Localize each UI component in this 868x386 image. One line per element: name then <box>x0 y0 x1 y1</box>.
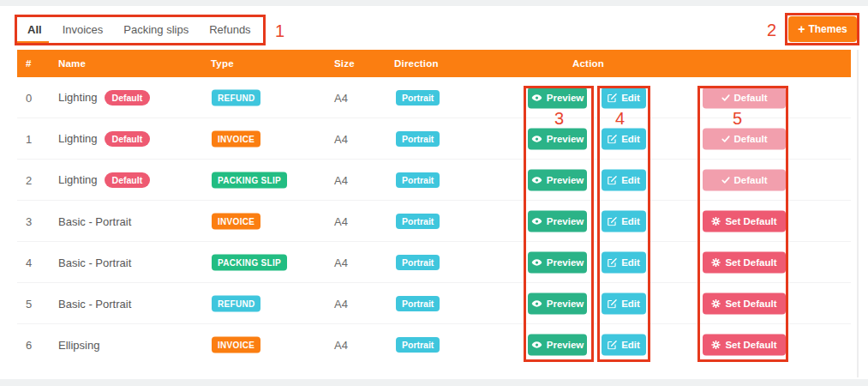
template-name-text: Lighting <box>58 132 98 145</box>
edit-button[interactable]: Edit <box>602 169 646 190</box>
default-button[interactable]: Default <box>703 87 786 108</box>
edit-button[interactable]: Edit <box>602 293 646 314</box>
preview-button[interactable]: Preview <box>528 251 587 273</box>
preview-button[interactable]: Preview <box>528 334 587 355</box>
gear-icon <box>711 299 721 308</box>
set-default-button[interactable]: Set Default <box>703 293 786 314</box>
row-index: 3 <box>26 214 32 227</box>
column-header-type: Type <box>211 50 234 77</box>
set-default-button-label: Set Default <box>725 216 776 226</box>
edit-button-label: Edit <box>621 175 640 185</box>
set-default-button-label: Set Default <box>725 340 776 350</box>
default-badge: Default <box>105 172 151 188</box>
table-row: 0LightingDefaultREFUNDA4PortraitPreviewE… <box>17 77 851 118</box>
set-default-button-label: Set Default <box>725 299 776 309</box>
default-button-label: Default <box>734 134 768 144</box>
default-button[interactable]: Default <box>703 128 786 149</box>
template-name-text: Basic - Portrait <box>58 297 131 310</box>
template-name: Ellipsing <box>58 338 99 351</box>
tab-refunds[interactable]: Refunds <box>199 15 260 45</box>
size-value: A4 <box>334 297 348 310</box>
type-badge: REFUND <box>212 89 260 106</box>
table-row: 5Basic - PortraitREFUNDA4PortraitPreview… <box>17 283 851 324</box>
gear-icon <box>711 216 721 226</box>
edit-icon <box>608 257 617 267</box>
preview-button[interactable]: Preview <box>528 128 587 149</box>
eye-icon <box>531 299 542 308</box>
edit-icon <box>608 93 617 102</box>
set-default-button[interactable]: Set Default <box>703 251 786 273</box>
check-icon <box>721 176 730 184</box>
edit-icon <box>608 299 617 308</box>
default-badge: Default <box>105 131 151 147</box>
column-header-action: Action <box>572 50 604 77</box>
tab-packing-slips[interactable]: Packing slips <box>113 15 199 45</box>
size-value: A4 <box>334 132 348 145</box>
edit-button-label: Edit <box>621 340 640 350</box>
direction-badge: Portrait <box>396 90 440 106</box>
row-index: 4 <box>26 256 32 268</box>
template-name: LightingDefault <box>58 90 150 106</box>
table-header: #NameTypeSizeDirectionAction <box>17 50 851 77</box>
default-button[interactable]: Default <box>703 169 786 190</box>
annotation-label-2: 2 <box>767 21 776 39</box>
templates-page: AllInvoicesPacking slipsRefunds + Themes… <box>0 0 868 386</box>
eye-icon <box>531 340 542 349</box>
row-index: 2 <box>26 173 32 186</box>
tab-bar: AllInvoicesPacking slipsRefunds <box>17 15 261 45</box>
column-header-direction: Direction <box>394 50 439 77</box>
preview-button[interactable]: Preview <box>528 210 587 232</box>
edit-button[interactable]: Edit <box>602 334 646 355</box>
row-index: 0 <box>26 91 32 104</box>
size-value: A4 <box>334 214 348 227</box>
size-value: A4 <box>334 91 348 104</box>
preview-button-label: Preview <box>547 216 584 226</box>
type-badge: INVOICE <box>212 213 260 229</box>
themes-button[interactable]: + Themes <box>788 16 857 42</box>
table-body: 0LightingDefaultREFUNDA4PortraitPreviewE… <box>17 77 851 365</box>
edit-icon <box>608 340 617 349</box>
gear-icon <box>711 257 721 267</box>
default-button-label: Default <box>734 175 768 185</box>
tab-invoices[interactable]: Invoices <box>52 15 114 45</box>
tab-all[interactable]: All <box>17 15 52 45</box>
edit-button[interactable]: Edit <box>602 210 646 232</box>
preview-button-label: Preview <box>547 299 584 309</box>
bottom-strip <box>0 379 868 386</box>
themes-button-label: Themes <box>808 23 847 35</box>
edit-button[interactable]: Edit <box>602 87 646 108</box>
preview-button-label: Preview <box>547 257 584 268</box>
direction-badge: Portrait <box>396 337 440 353</box>
type-badge: PACKING SLIP <box>212 254 287 270</box>
preview-button[interactable]: Preview <box>528 87 587 108</box>
type-badge: REFUND <box>212 295 260 311</box>
edit-icon <box>608 134 617 143</box>
template-name: Basic - Portrait <box>58 297 131 310</box>
set-default-button[interactable]: Set Default <box>703 334 786 355</box>
template-name: LightingDefault <box>58 172 150 188</box>
default-button-label: Default <box>734 93 768 103</box>
preview-button-label: Preview <box>547 175 584 185</box>
table-right-edge <box>857 50 859 377</box>
direction-badge: Portrait <box>396 296 440 311</box>
template-name: Basic - Portrait <box>58 256 131 268</box>
table-row: 4Basic - PortraitPACKING SLIPA4PortraitP… <box>17 242 851 283</box>
column-header-name: Name <box>58 50 86 77</box>
column-header-size: Size <box>334 50 355 77</box>
edit-button[interactable]: Edit <box>602 251 646 273</box>
preview-button[interactable]: Preview <box>528 293 587 314</box>
eye-icon <box>531 216 542 226</box>
size-value: A4 <box>334 173 348 186</box>
preview-button-label: Preview <box>547 340 584 350</box>
row-index: 5 <box>26 297 32 310</box>
preview-button-label: Preview <box>547 134 584 144</box>
table-row: 1LightingDefaultINVOICEA4PortraitPreview… <box>17 118 851 160</box>
edit-button-label: Edit <box>621 93 640 103</box>
eye-icon <box>531 175 542 184</box>
preview-button[interactable]: Preview <box>528 169 587 190</box>
set-default-button[interactable]: Set Default <box>703 210 786 232</box>
check-icon <box>721 135 730 142</box>
template-name: Basic - Portrait <box>58 214 131 227</box>
edit-button[interactable]: Edit <box>602 128 646 149</box>
size-value: A4 <box>334 256 348 268</box>
